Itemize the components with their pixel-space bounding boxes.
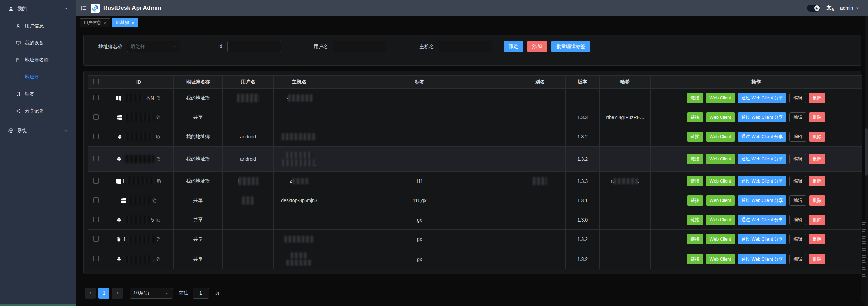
batch-edit-tags-button[interactable]: 批量编辑标签 (551, 41, 590, 52)
sidebar-item-addressbook[interactable]: 地址簿 (0, 69, 76, 85)
row-checkbox[interactable] (93, 197, 99, 203)
row-checkbox[interactable] (93, 217, 99, 222)
web-client-button[interactable]: Web Client (706, 254, 735, 264)
sidebar-item-tags[interactable]: 标签 (0, 85, 76, 102)
sidebar-item-user-info[interactable]: 用户信息 (0, 18, 76, 35)
close-icon[interactable]: × (132, 21, 135, 25)
copy-icon[interactable] (157, 179, 161, 184)
close-icon[interactable]: × (104, 21, 107, 25)
link-button[interactable]: 链接 (687, 215, 703, 225)
web-client-button[interactable]: Web Client (706, 215, 735, 225)
cell-actions: 链接Web Client通过 Web Client 分享编辑删除 (651, 127, 862, 147)
web-client-button[interactable]: Web Client (706, 112, 735, 122)
link-button[interactable]: 链接 (687, 93, 703, 103)
goto-page-input[interactable] (193, 288, 209, 299)
prev-page-button[interactable] (85, 288, 96, 299)
delete-button[interactable]: 删除 (809, 93, 825, 103)
theme-toggle[interactable] (807, 5, 820, 12)
tab-user-info[interactable]: 用户信息× (80, 18, 110, 27)
moon-icon (815, 6, 819, 10)
edit-button[interactable]: 编辑 (789, 154, 806, 164)
edit-button[interactable]: 编辑 (789, 254, 806, 264)
filter-button[interactable]: 筛选 (504, 41, 523, 52)
edit-button[interactable]: 编辑 (789, 234, 806, 244)
copy-icon[interactable] (156, 134, 160, 139)
edit-button[interactable]: 编辑 (789, 195, 806, 206)
copy-icon[interactable] (156, 217, 161, 222)
delete-button[interactable]: 删除 (809, 234, 825, 244)
delete-button[interactable]: 删除 (809, 215, 825, 225)
sidebar-item-my[interactable]: 我的 (0, 0, 76, 18)
link-button[interactable]: 链接 (687, 132, 703, 142)
share-web-client-button[interactable]: 通过 Web Client 分享 (738, 112, 787, 122)
row-checkbox[interactable] (93, 236, 99, 242)
link-button[interactable]: 链接 (687, 254, 703, 264)
delete-button[interactable]: 删除 (809, 132, 825, 142)
link-button[interactable]: 链接 (687, 176, 703, 186)
web-client-button[interactable]: Web Client (706, 154, 735, 164)
link-button[interactable]: 链接 (687, 195, 703, 206)
web-client-button[interactable]: Web Client (706, 93, 735, 103)
copy-icon[interactable] (156, 257, 161, 262)
id-input[interactable] (227, 41, 281, 52)
copy-icon[interactable] (156, 115, 161, 120)
share-web-client-button[interactable]: 通过 Web Client 分享 (738, 254, 787, 264)
book-select[interactable]: 请选择 (127, 41, 180, 52)
web-client-button[interactable]: Web Client (706, 234, 735, 244)
edit-button[interactable]: 编辑 (789, 215, 806, 225)
row-checkbox[interactable] (93, 156, 99, 161)
share-web-client-button[interactable]: 通过 Web Client 分享 (738, 176, 787, 186)
page-button-1[interactable]: 1 (98, 288, 109, 299)
cell-username (223, 230, 274, 249)
add-button[interactable]: 添加 (527, 41, 547, 52)
share-web-client-button[interactable]: 通过 Web Client 分享 (738, 215, 787, 225)
tab-address-book[interactable]: 地址簿× (112, 18, 139, 27)
user-menu[interactable]: admin (840, 5, 860, 11)
delete-button[interactable]: 删除 (809, 154, 825, 164)
copy-icon[interactable] (156, 157, 161, 161)
copy-icon[interactable] (152, 198, 157, 203)
delete-button[interactable]: 删除 (809, 195, 825, 206)
edit-button[interactable]: 编辑 (789, 93, 806, 103)
content: 地址簿名称 请选择 Id 用户名 主机名 筛选 添加 批量编辑标签 ID地址簿名… (76, 35, 868, 299)
page-size-select[interactable]: 10条/页 (130, 288, 173, 299)
sidebar-item-addressbook-names[interactable]: 地址簿名称 (0, 52, 76, 69)
row-checkbox[interactable] (93, 114, 99, 120)
row-checkbox[interactable] (93, 134, 99, 139)
link-button[interactable]: 链接 (687, 154, 703, 164)
translate-icon[interactable]: 文A (827, 5, 834, 12)
share-web-client-button[interactable]: 通过 Web Client 分享 (738, 132, 787, 142)
edit-button[interactable]: 编辑 (789, 112, 806, 122)
sidebar-item-system[interactable]: 系统 (0, 122, 76, 139)
scrollbar-thumb[interactable] (865, 128, 868, 176)
share-web-client-button[interactable]: 通过 Web Client 分享 (738, 93, 787, 103)
delete-button[interactable]: 删除 (809, 176, 825, 186)
notebook-icon (16, 74, 21, 80)
next-page-button[interactable] (112, 288, 123, 299)
share-web-client-button[interactable]: 通过 Web Client 分享 (738, 154, 787, 164)
copy-icon[interactable] (156, 96, 161, 100)
web-client-button[interactable]: Web Client (706, 176, 735, 186)
web-client-button[interactable]: Web Client (706, 195, 735, 206)
edit-button[interactable]: 编辑 (789, 132, 806, 142)
minimap-widget[interactable] (861, 220, 867, 303)
share-web-client-button[interactable]: 通过 Web Client 分享 (738, 195, 787, 206)
hostname-input[interactable] (439, 41, 492, 52)
share-web-client-button[interactable]: 通过 Web Client 分享 (738, 234, 787, 244)
edit-button[interactable]: 编辑 (789, 176, 806, 186)
row-checkbox[interactable] (93, 178, 99, 184)
select-all-checkbox[interactable] (93, 79, 99, 84)
sidebar-item-share-records[interactable]: 分享记录 (0, 102, 76, 119)
delete-button[interactable]: 删除 (809, 254, 825, 264)
link-button[interactable]: 链接 (687, 112, 703, 122)
username-input[interactable] (333, 41, 386, 52)
row-checkbox[interactable] (93, 95, 99, 100)
row-checkbox[interactable] (93, 256, 99, 261)
hamburger-icon[interactable] (79, 4, 88, 13)
copy-icon[interactable] (156, 237, 161, 242)
delete-button[interactable]: 删除 (809, 112, 825, 122)
link-button[interactable]: 链接 (687, 234, 703, 244)
sidebar-item-my-devices[interactable]: 我的设备 (0, 35, 76, 52)
web-client-button[interactable]: Web Client (706, 132, 735, 142)
cell-username (223, 108, 274, 127)
